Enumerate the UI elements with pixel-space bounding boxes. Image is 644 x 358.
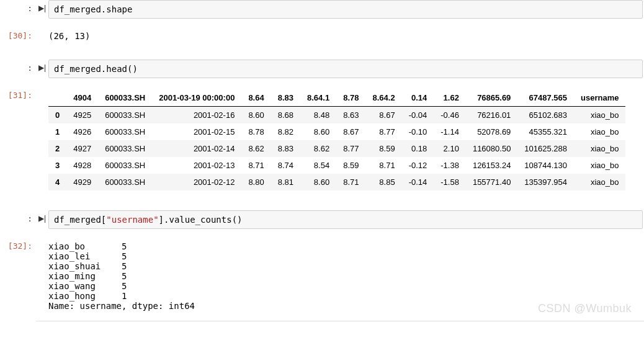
table-cell: 0.18	[402, 140, 434, 157]
table-cell: 108744.130	[517, 157, 574, 174]
table-cell: 8.60	[300, 174, 336, 190]
table-cell: 8.60	[300, 123, 336, 140]
table-cell: xiao_bo	[574, 140, 625, 157]
table-cell: 8.77	[336, 140, 365, 157]
table-cell: 8.83	[271, 140, 300, 157]
table-cell: 65102.683	[517, 107, 574, 124]
row-index: 1	[48, 123, 66, 140]
table-cell: 8.78	[241, 123, 271, 140]
code-input[interactable]: df_merged["username"].value_counts()	[48, 210, 643, 229]
output-prompt: [31]:	[0, 87, 36, 100]
table-cell: -0.04	[402, 107, 434, 124]
table-column-header	[48, 89, 66, 107]
table-row: 14926600033.SH2001-02-158.788.828.608.67…	[48, 123, 625, 140]
table-column-header: 8.64.1	[300, 89, 336, 107]
table-cell: -1.38	[434, 157, 466, 174]
output-dataframe: 4904600033.SH2001-03-19 00:00:008.648.83…	[48, 87, 644, 202]
table-cell: 8.82	[271, 123, 300, 140]
table-cell: 52078.69	[466, 123, 517, 140]
table-cell: 4929	[66, 174, 98, 190]
output-prompt: [32]:	[0, 238, 36, 251]
table-row: 04925600033.SH2001-02-168.608.688.488.63…	[48, 107, 625, 124]
code-input[interactable]: df_merged.shape	[48, 0, 643, 19]
table-cell: xiao_bo	[574, 174, 625, 190]
table-cell: 4928	[66, 157, 98, 174]
table-cell: 8.62	[300, 140, 336, 157]
table-column-header: 600033.SH	[98, 89, 152, 107]
output-text: xiao_bo 5 xiao_lei 5 xiao_shuai 5 xiao_m…	[48, 238, 644, 315]
table-cell: -0.10	[402, 123, 434, 140]
table-cell: 45355.321	[517, 123, 574, 140]
table-cell: 2.10	[434, 140, 466, 157]
table-cell: 101625.288	[517, 140, 574, 157]
output-text: (26, 13)	[48, 27, 644, 45]
row-index: 4	[48, 174, 66, 190]
table-cell: -0.12	[402, 157, 434, 174]
row-index: 3	[48, 157, 66, 174]
table-cell: 135397.954	[517, 174, 574, 190]
divider	[36, 321, 644, 321]
table-cell: 4926	[66, 123, 98, 140]
cell-output-1: [30]: (26, 13)	[0, 27, 644, 45]
table-cell: -0.14	[402, 174, 434, 190]
table-cell: 155771.40	[466, 174, 517, 190]
table-cell: 8.62	[241, 140, 271, 157]
table-cell: 8.71	[336, 174, 365, 190]
run-icon[interactable]: ▶|	[36, 210, 48, 223]
cell-output-2: [31]: 4904600033.SH2001-03-19 00:00:008.…	[0, 87, 644, 202]
cell-input-3: : ▶| df_merged["username"].value_counts(…	[0, 210, 644, 229]
run-icon[interactable]: ▶|	[36, 0, 48, 12]
table-cell: xiao_bo	[574, 123, 625, 140]
table-cell: 8.67	[365, 107, 401, 124]
table-cell: 600033.SH	[98, 174, 152, 190]
table-column-header: 8.64.2	[365, 89, 401, 107]
table-cell: 8.59	[336, 157, 365, 174]
cell-output-3: [32]: xiao_bo 5 xiao_lei 5 xiao_shuai 5 …	[0, 238, 644, 315]
table-cell: -1.58	[434, 174, 466, 190]
table-cell: 8.77	[365, 123, 401, 140]
table-cell: 8.54	[300, 157, 336, 174]
table-cell: 4925	[66, 107, 98, 124]
table-cell: 8.71	[241, 157, 271, 174]
input-prompt: :	[0, 0, 36, 13]
code-input[interactable]: df_merged.head()	[48, 60, 643, 78]
table-cell: -0.46	[434, 107, 466, 124]
table-column-header: 8.83	[271, 89, 300, 107]
table-cell: 2001-02-14	[152, 140, 241, 157]
table-cell: 8.85	[365, 174, 401, 190]
table-cell: 4927	[66, 140, 98, 157]
dataframe-table: 4904600033.SH2001-03-19 00:00:008.648.83…	[48, 89, 625, 190]
table-column-header: 67487.565	[517, 89, 574, 107]
table-cell: 600033.SH	[98, 140, 152, 157]
table-cell: 76216.01	[466, 107, 517, 124]
input-prompt: :	[0, 210, 36, 223]
table-cell: 600033.SH	[98, 157, 152, 174]
table-row: 34928600033.SH2001-02-138.718.748.548.59…	[48, 157, 625, 174]
table-row: 24927600033.SH2001-02-148.628.838.628.77…	[48, 140, 625, 157]
table-column-header: 8.64	[241, 89, 271, 107]
output-prompt: [30]:	[0, 27, 36, 40]
table-cell: 2001-02-13	[152, 157, 241, 174]
table-cell: 8.74	[271, 157, 300, 174]
table-cell: 600033.SH	[98, 123, 152, 140]
table-cell: 2001-02-15	[152, 123, 241, 140]
table-cell: -1.14	[434, 123, 466, 140]
input-prompt: :	[0, 60, 36, 73]
run-icon[interactable]: ▶|	[36, 60, 48, 72]
table-header-row: 4904600033.SH2001-03-19 00:00:008.648.83…	[48, 89, 625, 107]
table-column-header: 76865.69	[466, 89, 517, 107]
table-cell: 8.80	[241, 174, 271, 190]
table-cell: 116080.50	[466, 140, 517, 157]
table-cell: 8.68	[271, 107, 300, 124]
table-column-header: 4904	[66, 89, 98, 107]
table-column-header: 8.78	[336, 89, 365, 107]
table-cell: 126153.24	[466, 157, 517, 174]
table-cell: xiao_bo	[574, 107, 625, 124]
table-column-header: 1.62	[434, 89, 466, 107]
table-cell: xiao_bo	[574, 157, 625, 174]
cell-input-1: : ▶| df_merged.shape	[0, 0, 644, 19]
row-index: 0	[48, 107, 66, 124]
row-index: 2	[48, 140, 66, 157]
table-cell: 8.59	[365, 140, 401, 157]
cell-input-2: : ▶| df_merged.head()	[0, 60, 644, 78]
